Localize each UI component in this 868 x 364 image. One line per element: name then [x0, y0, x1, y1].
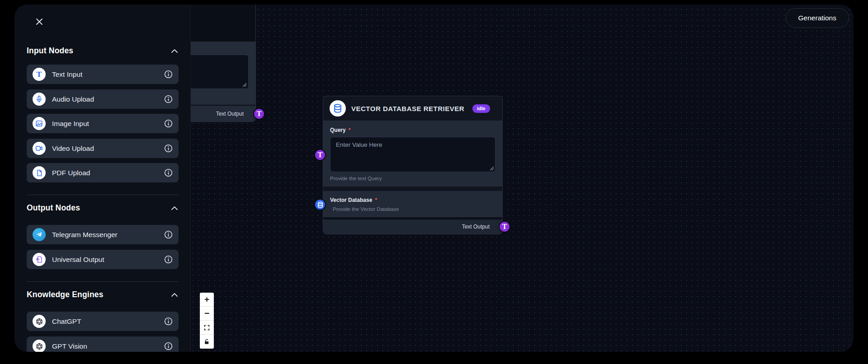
item-label: Text Input — [52, 70, 158, 79]
section-divider — [27, 195, 178, 195]
info-icon[interactable] — [164, 95, 173, 103]
output-port-label: Text Output — [462, 224, 490, 230]
query-section: Query * Provide the text Query — [323, 121, 502, 187]
chevron-up-icon[interactable] — [171, 293, 178, 297]
text-handle-letter: T — [318, 151, 323, 159]
vector-db-helper-text: Provide the Vector Database — [333, 206, 495, 212]
sidebar-item-pdf-upload[interactable]: PDF Upload — [27, 163, 179, 182]
item-label: Audio Upload — [52, 95, 158, 103]
section-gap — [323, 187, 502, 191]
status-badge: idle — [472, 104, 490, 113]
output-port-label: Text Output — [216, 111, 244, 117]
sidebar-item-chatgpt[interactable]: ChatGPT — [27, 312, 179, 331]
sidebar-item-telegram-messenger[interactable]: Telegram Messenger — [27, 225, 179, 244]
info-icon[interactable] — [164, 70, 173, 79]
close-icon — [35, 18, 43, 26]
required-marker: * — [349, 127, 351, 133]
database-icon — [330, 100, 346, 117]
pdf-upload-icon — [33, 166, 46, 179]
item-label: Image Input — [52, 120, 158, 128]
item-label: GPT Vision — [52, 342, 158, 350]
chatgpt-icon — [33, 315, 46, 328]
query-helper-text: Provide the text Query — [330, 176, 495, 181]
lock-icon — [203, 338, 210, 345]
info-icon[interactable] — [164, 144, 173, 153]
telegram-icon — [33, 228, 46, 241]
node-title: VECTOR DATABASE RETRIEVER — [351, 105, 464, 112]
sidebar-item-audio-upload[interactable]: Audio Upload — [27, 89, 179, 109]
plus-icon: + — [204, 294, 209, 304]
fit-view-icon — [203, 324, 210, 331]
query-field-label: Query — [330, 127, 346, 133]
database-icon — [317, 201, 324, 208]
image-input-icon — [33, 117, 46, 130]
query-input-handle[interactable]: T — [314, 149, 326, 161]
info-icon[interactable] — [164, 317, 173, 326]
zoom-out-button[interactable]: − — [200, 307, 214, 321]
node-footer: Text Output T — [323, 219, 502, 234]
sidebar-item-image-input[interactable]: Image Input — [27, 114, 179, 133]
gpt-vision-icon — [33, 340, 46, 352]
info-icon[interactable] — [164, 255, 173, 264]
info-icon[interactable] — [164, 119, 173, 128]
vector-database-retriever-node[interactable]: VECTOR DATABASE RETRIEVER idle Query * P… — [323, 96, 503, 234]
text-output-handle[interactable]: T — [499, 221, 510, 233]
item-label: Video Upload — [52, 145, 158, 153]
zoom-toolbar: + − — [200, 293, 214, 349]
resize-grip-icon[interactable] — [242, 83, 247, 87]
sidebar-item-video-upload[interactable]: Video Upload — [27, 139, 179, 158]
node-library-sidebar: Input Nodes T Text Input Audio Upload Im… — [14, 5, 191, 352]
section-divider — [27, 281, 178, 282]
zoom-in-button[interactable]: + — [200, 293, 214, 307]
text-handle-letter: T — [257, 110, 262, 117]
generations-label: Generations — [798, 14, 836, 22]
section-title-knowledge-engines: Knowledge Engines — [27, 290, 104, 299]
vector-db-field-label: Vector Database — [330, 197, 372, 203]
section-title-output-nodes: Output Nodes — [27, 203, 80, 213]
vector-database-section: Vector Database * Provide the Vector Dat… — [323, 191, 502, 217]
text-handle-letter: T — [502, 223, 507, 230]
item-label: Universal Output — [52, 256, 158, 264]
node-header[interactable]: VECTOR DATABASE RETRIEVER idle — [323, 96, 502, 121]
vector-db-input-handle[interactable] — [314, 199, 326, 210]
text-output-handle[interactable]: T — [253, 108, 265, 120]
text-input-icon: T — [33, 68, 46, 81]
sidebar-item-universal-output[interactable]: Universal Output — [27, 250, 179, 269]
item-label: Telegram Messenger — [52, 231, 158, 239]
info-icon[interactable] — [164, 168, 173, 177]
chevron-up-icon[interactable] — [171, 206, 178, 210]
lock-button[interactable] — [200, 335, 214, 349]
universal-output-icon — [33, 253, 46, 266]
generations-button[interactable]: Generations — [786, 8, 849, 28]
resize-grip-icon[interactable] — [490, 166, 494, 171]
info-icon[interactable] — [164, 342, 173, 350]
video-upload-icon — [33, 142, 46, 155]
info-icon[interactable] — [164, 230, 173, 239]
close-sidebar-button[interactable] — [34, 17, 44, 27]
audio-upload-icon — [33, 93, 46, 106]
query-input[interactable] — [330, 137, 495, 172]
sidebar-item-gpt-vision[interactable]: GPT Vision — [27, 336, 179, 352]
item-label: ChatGPT — [52, 317, 158, 326]
section-title-input-nodes: Input Nodes — [27, 46, 73, 56]
fit-view-button[interactable] — [200, 321, 214, 335]
app-window: Text Output T VECTOR DATABASE RETRIEVER … — [14, 5, 854, 352]
minus-icon: − — [204, 308, 209, 318]
chevron-up-icon[interactable] — [171, 49, 178, 53]
item-label: PDF Upload — [52, 169, 158, 177]
sidebar-item-text-input[interactable]: T Text Input — [27, 65, 179, 84]
required-marker: * — [375, 197, 377, 203]
